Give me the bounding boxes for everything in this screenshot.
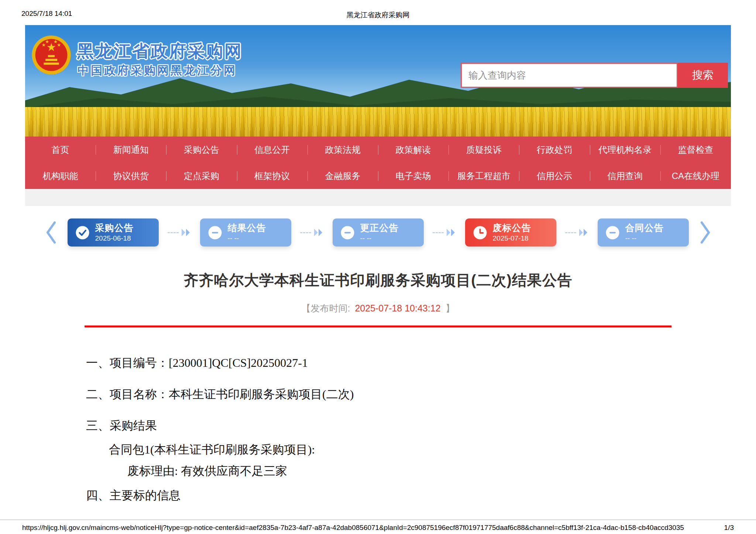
- nav-row-2: 机构职能协议供货定点采购框架协议金融服务电子卖场服务工程超市信用公示信用查询CA…: [25, 163, 731, 189]
- article-paragraph: 四、主要标的信息: [86, 488, 719, 503]
- publish-time-line: 【发布时间: 2025-07-18 10:43:12 】: [0, 302, 756, 314]
- nav-item-信用查询[interactable]: 信用查询: [590, 163, 660, 189]
- publish-time: 2025-07-18 10:43:12: [355, 303, 440, 313]
- nav-item-电子卖场[interactable]: 电子卖场: [378, 163, 449, 189]
- step-arrow-icon: [424, 228, 465, 237]
- article-paragraph: 一、项目编号：[230001]QC[CS]20250027-1: [86, 355, 719, 370]
- main-navigation: 首页新闻通知采购公告信息公开政策法规政策解读质疑投诉行政处罚代理机构名录监督检查…: [25, 137, 731, 189]
- site-title: 黑龙江省政府采购网: [77, 40, 243, 63]
- step-arrow-icon: [291, 228, 333, 237]
- stepper-step-5[interactable]: 合同公告-- --: [598, 218, 689, 247]
- nav-item-行政处罚[interactable]: 行政处罚: [519, 137, 590, 163]
- nav-item-首页[interactable]: 首页: [25, 137, 96, 163]
- nav-item-金融服务[interactable]: 金融服务: [307, 163, 378, 189]
- check-icon: [76, 226, 89, 240]
- stepper-prev-button[interactable]: [45, 221, 56, 244]
- nav-item-服务工程超市[interactable]: 服务工程超市: [449, 163, 519, 189]
- step-arrow-icon: [556, 228, 598, 237]
- nav-item-框架协议[interactable]: 框架协议: [237, 163, 307, 189]
- stepper-step-2[interactable]: 结果公告-- --: [200, 218, 291, 247]
- article-paragraph: 合同包1(本科生证书印刷服务采购项目):: [109, 442, 719, 457]
- site-banner: ★ ★ ★ ★ ★ 黑龙江省政府采购网 中国政府采购网黑龙江分网 搜索: [25, 25, 731, 137]
- publish-label: 【发布时间:: [301, 303, 353, 313]
- nav-item-定点采购[interactable]: 定点采购: [166, 163, 237, 189]
- print-page-number: 1/3: [724, 524, 734, 532]
- minus-icon: [341, 226, 354, 240]
- banner-golden-field: [25, 107, 731, 137]
- nav-item-质疑投诉[interactable]: 质疑投诉: [449, 137, 519, 163]
- publish-label-suffix: 】: [443, 303, 455, 313]
- print-footer: https://hljcg.hlj.gov.cn/maincms-web/not…: [0, 520, 756, 532]
- step-date: 2025-07-18: [493, 234, 531, 242]
- red-divider: [85, 325, 671, 327]
- nav-item-协议供货[interactable]: 协议供货: [96, 163, 166, 189]
- nav-item-代理机构名录[interactable]: 代理机构名录: [590, 137, 660, 163]
- print-url: https://hljcg.hlj.gov.cn/maincms-web/not…: [22, 524, 684, 532]
- stepper-step-4[interactable]: 废标公告2025-07-18: [465, 218, 556, 247]
- nav-item-机构职能[interactable]: 机构职能: [25, 163, 96, 189]
- print-page-title: 黑龙江省政府采购网: [0, 10, 756, 20]
- national-emblem-logo: ★ ★ ★ ★ ★: [31, 35, 72, 75]
- nav-item-采购公告[interactable]: 采购公告: [166, 137, 237, 163]
- step-date: 2025-06-18: [95, 234, 134, 242]
- svg-text:★: ★: [54, 39, 58, 44]
- article-body: 一、项目编号：[230001]QC[CS]20250027-1二、项目名称：本科…: [86, 355, 719, 503]
- article-title: 齐齐哈尔大学本科生证书印刷服务采购项目(二次)结果公告: [0, 270, 756, 290]
- step-label: 采购公告: [95, 223, 134, 233]
- step-date: -- --: [228, 234, 266, 242]
- nav-item-新闻通知[interactable]: 新闻通知: [96, 137, 166, 163]
- svg-text:★: ★: [45, 39, 49, 44]
- step-label: 结果公告: [228, 223, 266, 233]
- minus-icon: [208, 226, 222, 240]
- nav-item-政策法规[interactable]: 政策法规: [307, 137, 378, 163]
- search-bar: 搜索: [461, 63, 728, 88]
- minus-icon: [606, 226, 619, 240]
- stepper-step-3[interactable]: 更正公告-- --: [333, 218, 424, 247]
- stepper-step-1[interactable]: 采购公告2025-06-18: [68, 218, 159, 247]
- stepper-next-button[interactable]: [700, 221, 711, 244]
- search-input[interactable]: [461, 63, 678, 88]
- step-arrow-icon: [159, 228, 200, 237]
- article-paragraph: 二、项目名称：本科生证书印刷服务采购项目(二次): [86, 387, 719, 402]
- article-paragraph: 废标理由: 有效供应商不足三家: [127, 464, 719, 478]
- nav-item-政策解读[interactable]: 政策解读: [378, 137, 449, 163]
- print-header: 2025/7/18 14:01 黑龙江省政府采购网: [0, 0, 756, 22]
- search-button[interactable]: 搜索: [678, 63, 728, 88]
- step-label: 合同公告: [625, 223, 664, 233]
- step-date: -- --: [360, 234, 399, 242]
- step-date: -- --: [625, 234, 664, 242]
- clock-icon: [473, 226, 487, 240]
- page: 2025/7/18 14:01 黑龙江省政府采购网 ★ ★ ★ ★ ★ 黑龙江省…: [0, 0, 756, 534]
- stepper-steps: 采购公告2025-06-18结果公告-- --更正公告-- --废标公告2025…: [68, 218, 689, 247]
- nav-item-监督检查[interactable]: 监督检查: [660, 137, 731, 163]
- article: 齐齐哈尔大学本科生证书印刷服务采购项目(二次)结果公告 【发布时间: 2025-…: [0, 270, 756, 503]
- nav-item-信息公开[interactable]: 信息公开: [237, 137, 307, 163]
- step-label: 废标公告: [493, 223, 531, 233]
- article-paragraph: 三、采购结果: [86, 418, 719, 433]
- nav-item-CA在线办理[interactable]: CA在线办理: [660, 163, 731, 189]
- nav-bottom-strip: [25, 189, 731, 206]
- nav-row-1: 首页新闻通知采购公告信息公开政策法规政策解读质疑投诉行政处罚代理机构名录监督检查: [25, 137, 731, 163]
- site-subtitle: 中国政府采购网黑龙江分网: [78, 63, 237, 78]
- notice-timeline-stepper: 采购公告2025-06-18结果公告-- --更正公告-- --废标公告2025…: [0, 218, 756, 247]
- nav-item-信用公示[interactable]: 信用公示: [519, 163, 590, 189]
- step-label: 更正公告: [360, 223, 399, 233]
